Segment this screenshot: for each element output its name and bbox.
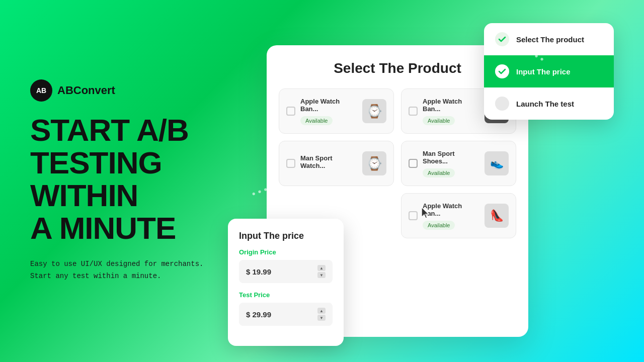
- test-price-input[interactable]: $ 29.99 ▲ ▼: [239, 303, 333, 326]
- product-image: ⌚: [362, 151, 386, 175]
- test-price-stepper[interactable]: ▲ ▼: [317, 308, 326, 321]
- product-item[interactable]: Man SportWatch... ⌚: [279, 141, 394, 186]
- stepper-up[interactable]: ▲: [317, 308, 326, 314]
- product-checkbox[interactable]: [409, 107, 418, 116]
- step-active-icon: [495, 64, 509, 78]
- logo: AB ABConvert: [30, 79, 221, 102]
- product-name: Apple WatchBan...: [423, 98, 479, 113]
- product-name: Man SportWatch...: [300, 154, 357, 169]
- step-launch-test[interactable]: Launch The test: [484, 87, 614, 120]
- stepper-down[interactable]: ▼: [317, 315, 326, 321]
- logo-name: ABConvert: [57, 84, 115, 97]
- hero-subtitle: Easy to use UI/UX designed for merchants…: [30, 258, 221, 283]
- product-name: Apple WatchBan...: [423, 202, 479, 217]
- step-inactive-icon: [495, 97, 509, 111]
- step-input-price[interactable]: Input The price: [484, 55, 614, 87]
- price-card-title: Input The price: [239, 231, 333, 241]
- step-select-product[interactable]: Select The product: [484, 23, 614, 55]
- available-badge: Available: [423, 168, 455, 177]
- stepper-down[interactable]: ▼: [317, 272, 326, 278]
- product-checkbox[interactable]: [409, 211, 418, 220]
- test-price-value: $ 29.99: [246, 310, 271, 319]
- step-label: Launch The test: [516, 100, 574, 108]
- logo-icon: AB: [30, 79, 52, 102]
- available-badge: Available: [423, 116, 455, 125]
- product-image: ⌚: [362, 99, 386, 123]
- origin-price-input[interactable]: $ 19.99 ▲ ▼: [239, 260, 333, 283]
- product-name: Man SportShoes...: [423, 150, 479, 165]
- step-label: Input The price: [516, 67, 571, 76]
- available-badge: Available: [300, 116, 333, 125]
- product-grid: Apple WatchBan... Available ⌚ Apple Watc…: [279, 88, 516, 238]
- origin-price-label: Origin Price: [239, 248, 333, 256]
- hero-title: START A/BTESTINGWITHINA MINUTE: [30, 114, 221, 244]
- product-info: Apple WatchBan... Available: [423, 202, 479, 230]
- stepper-up[interactable]: ▲: [317, 265, 326, 271]
- price-input-card: Input The price Origin Price $ 19.99 ▲ ▼…: [228, 219, 344, 346]
- product-info: Apple WatchBan... Available: [300, 98, 357, 125]
- product-checkbox[interactable]: [286, 107, 295, 116]
- available-badge: Available: [423, 221, 455, 230]
- product-image: 👟: [485, 151, 509, 175]
- product-info: Man SportWatch...: [300, 154, 357, 172]
- left-panel: AB ABConvert START A/BTESTINGWITHINA MIN…: [30, 79, 221, 283]
- origin-price-stepper[interactable]: ▲ ▼: [317, 265, 326, 278]
- step-label: Select The product: [516, 35, 584, 44]
- product-name: Apple WatchBan...: [300, 98, 357, 113]
- product-item[interactable]: Man SportShoes... Available 👟: [401, 141, 516, 186]
- steps-panel: Select The product Input The price Launc…: [484, 23, 614, 120]
- product-checkbox[interactable]: [409, 159, 418, 168]
- product-info: Man SportShoes... Available: [423, 150, 479, 177]
- product-checkbox[interactable]: [286, 159, 295, 168]
- product-item[interactable]: Apple WatchBan... Available ⌚: [279, 88, 394, 134]
- step-done-icon: [495, 32, 509, 46]
- origin-price-value: $ 19.99: [246, 267, 271, 276]
- product-item[interactable]: Apple WatchBan... Available 👠: [401, 193, 516, 238]
- product-info: Apple WatchBan... Available: [423, 98, 479, 125]
- card-title: Select The Product: [279, 60, 516, 76]
- test-price-label: Test Price: [239, 291, 333, 299]
- product-image: 👠: [485, 204, 509, 228]
